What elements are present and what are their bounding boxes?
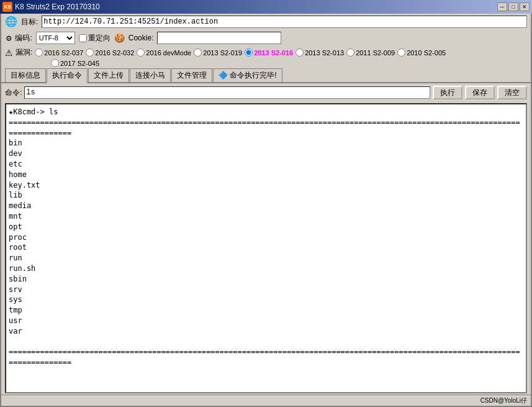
save-button[interactable]: 保存 (465, 86, 495, 99)
vuln-radio-s2037[interactable] (35, 48, 43, 57)
tab-bar: 目标信息 执行命令 文件上传 连接小马 文件管理 🔷 命令执行完毕! (1, 68, 531, 83)
vuln-s2016[interactable]: 2013 S2-016 (245, 48, 293, 57)
url-label: 目标: (21, 17, 38, 27)
tab-done[interactable]: 🔷 命令执行完毕! (213, 68, 282, 82)
vuln-radio-s2045[interactable] (51, 59, 59, 67)
vuln-label: 漏洞: (16, 47, 32, 58)
vuln-s2045[interactable]: 2017 S2-045 (51, 59, 99, 67)
close-button[interactable]: ✕ (520, 2, 530, 11)
tab-upload[interactable]: 文件上传 (88, 68, 129, 82)
url-input[interactable] (42, 16, 527, 28)
cookie-label: Cookie: (128, 34, 154, 42)
cmd-row: 命令: 执行 保存 清空 (1, 83, 531, 102)
cmd-label: 命令: (5, 88, 22, 98)
vuln-s2019[interactable]: 2013 S2-019 (194, 48, 242, 57)
encoding-row: ⚙ 编码: UTF-8 GBK GB2312 重定向 🍪 Cookie: (1, 30, 531, 46)
tab-done-label: 命令执行完毕! (230, 71, 276, 80)
app-icon: K8 (2, 2, 12, 12)
vuln-row2: 2017 S2-045 (1, 59, 531, 68)
titlebar: K8 K8 Struts2 Exp 20170310 ─ □ ✕ (0, 0, 532, 14)
title-text: K8 Struts2 Exp 20170310 (15, 2, 497, 11)
terminal-output: ★K8cmd-> ls ============================… (5, 103, 527, 393)
vuln-radio-s2019[interactable] (194, 48, 202, 57)
vuln-s2005[interactable]: 2010 S2-005 (397, 48, 446, 57)
tab-proxy-label: 连接小马 (135, 71, 165, 80)
terminal-content: ★K8cmd-> ls ============================… (9, 107, 523, 368)
encoding-select[interactable]: UTF-8 GBK GB2312 (36, 32, 75, 44)
maximize-button[interactable]: □ (508, 2, 518, 11)
vuln-radio-s2009[interactable] (346, 48, 354, 57)
window-controls: ─ □ ✕ (497, 2, 530, 11)
globe-icon: 🌐 (5, 16, 17, 28)
settings-icon: ⚙ (6, 33, 11, 43)
redirect-checkbox[interactable] (79, 34, 87, 42)
vuln-radio-devmode[interactable] (137, 48, 145, 57)
tab-done-icon: 🔷 (219, 71, 228, 80)
vuln-s2013[interactable]: 2013 S2-013 (295, 48, 344, 57)
vuln-radio-s2013[interactable] (295, 48, 304, 57)
main-window: 🌐 目标: ⚙ 编码: UTF-8 GBK GB2312 重定向 🍪 Cooki… (0, 14, 532, 407)
tab-files-label: 文件管理 (177, 71, 207, 80)
minimize-button[interactable]: ─ (497, 2, 507, 11)
tab-info[interactable]: 目标信息 (5, 68, 46, 82)
vuln-s2009[interactable]: 2011 S2-009 (346, 48, 395, 57)
tab-proxy[interactable]: 连接小马 (130, 68, 171, 82)
url-row: 🌐 目标: (1, 14, 531, 30)
tab-cmd[interactable]: 执行命令 (47, 68, 88, 83)
execute-button[interactable]: 执行 (433, 86, 462, 99)
tab-info-label: 目标信息 (11, 71, 40, 80)
vuln-row: ⚠ 漏洞: 2016 S2-037 2016 S2-032 2016 devMo… (1, 46, 531, 59)
redirect-label: 重定向 (88, 33, 110, 43)
tab-upload-label: 文件上传 (94, 71, 124, 80)
warning-icon: ⚠ (5, 48, 13, 58)
status-bar: CSDN@YoloLi仔 (1, 395, 531, 406)
vuln-devmode[interactable]: 2016 devMode (137, 48, 191, 57)
status-text: CSDN@YoloLi仔 (480, 396, 527, 405)
cookie-input[interactable] (157, 32, 281, 44)
cmd-input[interactable] (24, 86, 430, 99)
vuln-radio-s2032[interactable] (86, 48, 94, 57)
vuln-radio-s2005[interactable] (397, 48, 405, 57)
vuln-s2032[interactable]: 2016 S2-032 (86, 48, 134, 57)
tab-files[interactable]: 文件管理 (171, 68, 212, 82)
tab-cmd-label: 执行命令 (52, 71, 82, 80)
encoding-label: 编码: (15, 33, 32, 43)
cookie-icon: 🍪 (114, 33, 125, 43)
redirect-checkbox-label[interactable]: 重定向 (79, 33, 110, 43)
clear-button[interactable]: 清空 (497, 86, 527, 99)
vuln-s2037[interactable]: 2016 S2-037 (35, 48, 83, 57)
vuln-radio-s2016[interactable] (245, 48, 253, 57)
